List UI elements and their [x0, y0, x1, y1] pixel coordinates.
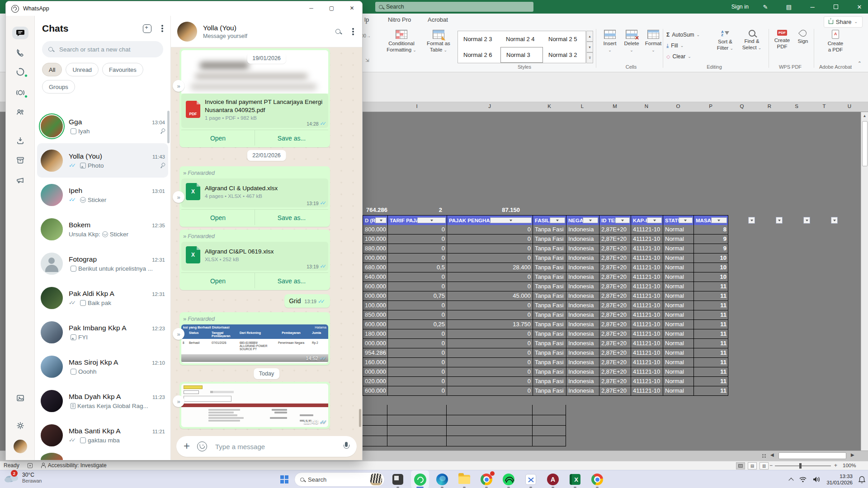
tab-acrobat[interactable]: Acrobat [428, 16, 448, 23]
table-row[interactable]: 020.0000 0Tanpa Fasi Indonesia2,87E+20 4… [363, 376, 728, 386]
taskbar-app-nitro[interactable]: A [544, 470, 562, 488]
taskbar-app-snipping[interactable] [522, 470, 540, 488]
save-as-button[interactable]: Save as... [255, 273, 328, 288]
save-as-button[interactable]: Save as... [255, 130, 328, 145]
message-xlsx-1[interactable]: »Forwarded X Allgrand CI & Updated.xlsx … [179, 166, 330, 227]
autosum-button[interactable]: ΣAutoSum⌄ [666, 32, 700, 38]
table-row[interactable]: 640.0000 0Tanpa Fasi Indonesia2,87E+20 4… [363, 272, 728, 282]
open-button[interactable]: Open [181, 273, 255, 288]
taskbar-app-chrome[interactable] [477, 470, 495, 488]
header-cell[interactable]: D (Rp) [363, 216, 388, 225]
find-select-button[interactable]: Find &Select ⌄ [739, 30, 765, 51]
taskbar-app-edge[interactable] [433, 470, 451, 488]
calls-tab-icon[interactable] [12, 47, 28, 59]
column-letter[interactable]: I [412, 103, 422, 109]
accessibility-status[interactable]: Accessibility: Investigate [48, 462, 107, 469]
filter-dropdown-icon[interactable] [550, 217, 566, 223]
column-letter[interactable]: N [642, 103, 651, 109]
attach-plus-icon[interactable]: + [184, 441, 190, 451]
open-button[interactable]: Open [181, 210, 255, 225]
macro-record-icon[interactable] [28, 463, 33, 468]
style-gallery-item[interactable]: Normal 2 4 [500, 31, 543, 47]
tray-expand-icon[interactable] [789, 478, 794, 483]
close-button[interactable]: ✕ [342, 1, 362, 16]
message-image-spreadsheet[interactable]: 11:43✓✓ [179, 382, 330, 429]
communities-tab-icon[interactable] [12, 106, 28, 118]
chat-list-item[interactable]: Bokem 12:35 Ursula Kkp: Sticker [35, 212, 170, 246]
whatsapp-titlebar[interactable]: WhatsApp ─ ▢ ✕ [6, 1, 362, 16]
filter-dropdown-icon[interactable] [748, 217, 755, 224]
table-row[interactable]: 000.0000,75 45.000Tanpa Fasi Indonesia2,… [363, 291, 728, 301]
zoom-slider[interactable] [775, 465, 831, 466]
archived-icon[interactable] [12, 154, 28, 167]
column-letter[interactable]: P [706, 103, 716, 109]
chat-search-bar[interactable] [42, 41, 163, 57]
fill-button[interactable]: ⤓Fill⌄ [666, 42, 684, 49]
zoom-level[interactable]: 100% [843, 463, 856, 468]
chat-list-scrollbar[interactable] [167, 111, 170, 143]
message-input[interactable] [214, 442, 336, 451]
table-row[interactable]: 800.0000 0Tanpa Fasi Indonesia2,87E+20 4… [363, 225, 728, 235]
filter-dropdown-icon[interactable] [583, 217, 598, 223]
open-button[interactable]: Open [181, 130, 255, 145]
messages-area[interactable]: 19/01/2026 » PDF Invoice final payment P… [171, 47, 362, 432]
table-row[interactable]: 680.0000,5 28.400Tanpa Fasi Indonesia2,8… [363, 263, 728, 272]
table-row[interactable]: 160.0000 0Tanpa Fasi Indonesia2,87E+20 4… [363, 357, 728, 367]
maximize-button[interactable]: ▢ [321, 1, 342, 16]
style-gallery-item[interactable]: Normal 2 5 [543, 31, 585, 47]
create-pdf-button[interactable]: PDF CreatePDF [771, 30, 793, 50]
zoom-out-icon[interactable]: − [769, 462, 773, 469]
emoji-icon[interactable] [197, 441, 207, 451]
taskbar-app-explorer[interactable] [455, 470, 473, 488]
header-cell[interactable]: MASA [694, 216, 728, 225]
filter-dropdown-icon[interactable] [711, 217, 727, 223]
column-letter[interactable]: T [819, 103, 829, 109]
splitter-handle[interactable] [762, 454, 764, 455]
header-cell[interactable]: PAJAK PENGHASILAN (Rp) [447, 216, 533, 225]
table-row[interactable]: 100.0000 0Tanpa Fasi Indonesia2,87E+20 4… [363, 234, 728, 244]
message-xlsx-2[interactable]: »Forwarded X Allgrand CI&PL 0619.xlsx XL… [179, 230, 330, 290]
save-as-button[interactable]: Save as... [255, 210, 328, 225]
new-chat-icon[interactable] [143, 24, 151, 33]
style-gallery-scroll[interactable]: ▲▼⊽ [586, 31, 593, 63]
forward-chevron-icon[interactable]: » [173, 395, 184, 407]
gallery-icon[interactable] [12, 392, 28, 404]
search-in-chat-icon[interactable] [335, 29, 340, 34]
tab-nitro-pro[interactable]: Nitro Pro [388, 16, 411, 23]
chat-list-item[interactable]: Yolla (You) 11:43 ✓✓ Photo [37, 143, 168, 178]
chats-tab-icon[interactable] [12, 27, 28, 39]
style-gallery-item[interactable]: Normal 3 [500, 47, 543, 63]
scroll-left-icon[interactable]: ◀ [770, 452, 774, 457]
filter-dropdown-icon[interactable] [776, 217, 783, 224]
delete-button[interactable]: ✕ Delete⌄ [621, 30, 642, 53]
header-cell[interactable]: TARIF PAJAK (%) [388, 216, 447, 225]
filter-favourites[interactable]: Favourites [102, 63, 143, 76]
table-row[interactable]: 954.2860 0Tanpa Fasi Indonesia2,87E+20 4… [363, 348, 728, 358]
normal-view-button[interactable] [736, 462, 745, 469]
filter-dropdown-icon[interactable] [647, 217, 662, 223]
share-button[interactable]: Share⌄ [824, 16, 863, 28]
chat-list-item[interactable]: Mba Dyah Kkp A 11:23 Kertas Kerja Global… [35, 384, 170, 418]
collapse-ribbon-icon[interactable]: ⌃ [858, 61, 862, 66]
zoom-in-icon[interactable]: + [834, 462, 837, 469]
pdf-attachment-row[interactable]: PDF Invoice final payment PT Lancarjaya … [181, 94, 328, 128]
column-letter[interactable]: J [485, 103, 495, 109]
avatar[interactable] [177, 22, 197, 42]
taskbar-app-spotify[interactable] [500, 470, 518, 488]
filter-groups[interactable]: Groups [42, 80, 75, 94]
column-letter[interactable]: R [764, 103, 774, 109]
sign-in-button[interactable]: Sign in [731, 4, 749, 10]
filter-dropdown-icon[interactable] [679, 217, 693, 223]
forward-chevron-icon[interactable]: » [173, 328, 184, 340]
sort-filter-button[interactable]: AZ Sort &Filter ⌄ [712, 30, 738, 52]
close-button[interactable]: ✕ [853, 4, 866, 10]
forward-chevron-icon[interactable]: » [173, 80, 184, 92]
table-row[interactable]: 000.0000 0Tanpa Fasi Indonesia2,87E+20 4… [363, 338, 728, 348]
filter-dropdown-icon[interactable] [375, 217, 387, 223]
taskbar-app-whatsapp[interactable] [411, 470, 429, 488]
conversation-header[interactable]: Yolla (You) Message yourself [171, 16, 362, 47]
page-break-view-button[interactable]: ▥ [760, 462, 769, 469]
table-row[interactable]: 000.0000 0Tanpa Fasi Indonesia2,87E+20 4… [363, 253, 728, 263]
filter-dropdown-icon[interactable] [831, 217, 838, 224]
zoom-slider-thumb[interactable] [799, 463, 802, 469]
